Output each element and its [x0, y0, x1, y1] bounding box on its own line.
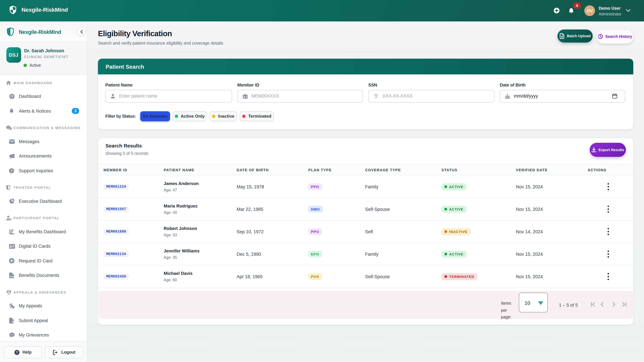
- svg-text:?: ?: [10, 169, 13, 173]
- svg-text:PDF: PDF: [10, 276, 14, 278]
